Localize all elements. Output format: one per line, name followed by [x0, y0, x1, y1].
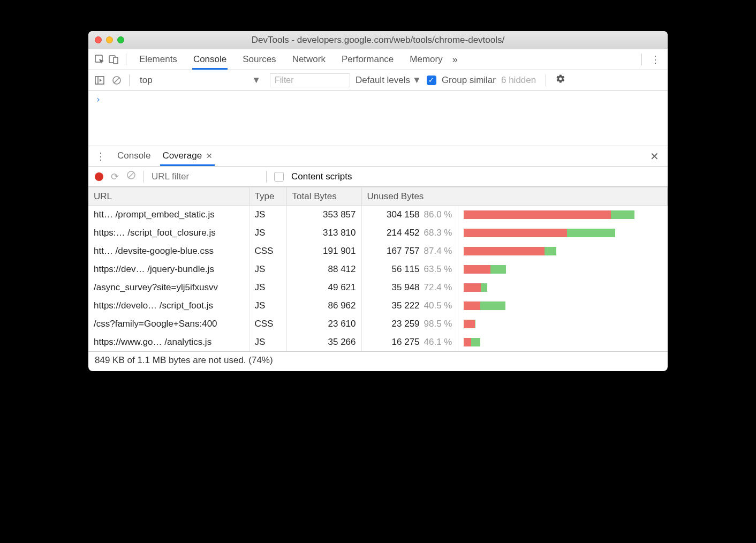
- cell-url: https://dev… /jquery-bundle.js: [88, 260, 249, 278]
- table-row[interactable]: https://dev… /jquery-bundle.jsJS88 41256…: [88, 260, 668, 278]
- execution-context-value: top: [140, 75, 153, 86]
- svg-rect-2: [114, 57, 118, 64]
- svg-line-8: [128, 172, 134, 178]
- toolbar-separator: [546, 74, 546, 86]
- cell-usage-bar: [458, 206, 668, 224]
- titlebar: DevTools - developers.google.com/web/too…: [88, 31, 668, 49]
- cell-unused-bytes: 214 45268.3 %: [361, 224, 458, 242]
- tab-performance[interactable]: Performance: [341, 50, 395, 70]
- col-unused[interactable]: Unused Bytes: [361, 187, 668, 206]
- main-tabs: ElementsConsoleSourcesNetworkPerformance…: [138, 50, 444, 70]
- traffic-lights: [95, 36, 124, 43]
- coverage-table-header: URL Type Total Bytes Unused Bytes: [88, 187, 668, 206]
- table-row[interactable]: https://develo… /script_foot.jsJS86 9623…: [88, 297, 668, 315]
- table-row[interactable]: https://www.go… /analytics.jsJS35 26616 …: [88, 333, 668, 351]
- console-prompt-icon: ›: [96, 95, 101, 104]
- close-drawer-icon[interactable]: ✕: [647, 150, 662, 163]
- clear-console-icon[interactable]: [111, 74, 123, 86]
- console-messages[interactable]: ›: [88, 90, 668, 146]
- cell-type: JS: [249, 206, 286, 224]
- console-filter-input[interactable]: [270, 73, 350, 87]
- minimize-window-button[interactable]: [106, 36, 113, 43]
- devtools-menu-icon[interactable]: ⋮: [648, 54, 662, 65]
- cell-url: htt… /devsite-google-blue.css: [88, 242, 249, 260]
- tab-elements[interactable]: Elements: [138, 50, 178, 70]
- bar-unused: [464, 283, 481, 292]
- group-similar-checkbox[interactable]: ✓: [427, 76, 436, 85]
- cell-url: https:… /script_foot_closure.js: [88, 224, 249, 242]
- tab-console[interactable]: Console: [192, 50, 228, 70]
- table-row[interactable]: htt… /prompt_embed_static.jsJS353 857304…: [88, 206, 668, 224]
- device-toolbar-icon[interactable]: [108, 54, 119, 65]
- cell-url: /css?family=Google+Sans:400: [88, 315, 249, 333]
- cell-type: JS: [249, 333, 286, 351]
- drawer-tabs: ConsoleCoverage✕: [115, 146, 215, 166]
- tab-memory[interactable]: Memory: [409, 50, 443, 70]
- cell-total-bytes: 191 901: [286, 242, 361, 260]
- drawer-tab-label: Coverage: [162, 150, 202, 161]
- inspect-element-icon[interactable]: [94, 54, 105, 65]
- hidden-messages-count[interactable]: 6 hidden: [501, 75, 536, 86]
- bar-used: [567, 229, 615, 237]
- bar-unused: [464, 320, 475, 328]
- cell-unused-bytes: 167 75787.4 %: [361, 242, 458, 260]
- reload-icon[interactable]: ⟳: [111, 171, 119, 183]
- coverage-url-filter-input[interactable]: [152, 171, 259, 182]
- cell-type: CSS: [249, 242, 286, 260]
- cell-total-bytes: 49 621: [286, 278, 361, 297]
- svg-line-6: [114, 78, 119, 83]
- bar-used: [490, 265, 506, 274]
- cell-total-bytes: 353 857: [286, 206, 361, 224]
- table-row[interactable]: /css?family=Google+Sans:400CSS23 61023 2…: [88, 315, 668, 333]
- close-window-button[interactable]: [95, 36, 102, 43]
- col-url[interactable]: URL: [88, 187, 249, 206]
- cell-type: JS: [249, 297, 286, 315]
- coverage-table: URL Type Total Bytes Unused Bytes htt… /…: [88, 187, 668, 351]
- execution-context-select[interactable]: top ▼: [136, 73, 264, 87]
- bar-unused: [464, 247, 545, 255]
- cell-url: https://www.go… /analytics.js: [88, 333, 249, 351]
- cell-url: https://develo… /script_foot.js: [88, 297, 249, 315]
- clear-coverage-icon[interactable]: [126, 170, 136, 183]
- drawer-tab-coverage[interactable]: Coverage✕: [160, 146, 215, 166]
- drawer-tab-label: Console: [117, 150, 150, 161]
- tab-sources[interactable]: Sources: [241, 50, 277, 70]
- bar-unused: [464, 210, 611, 219]
- zoom-window-button[interactable]: [117, 36, 124, 43]
- bar-used: [480, 301, 505, 310]
- bar-used: [471, 338, 480, 346]
- dropdown-arrow-icon: ▼: [252, 75, 261, 86]
- drawer-tab-console[interactable]: Console: [115, 146, 153, 166]
- table-row[interactable]: /async_survey?site=ylj5ifxusvvJS49 62135…: [88, 278, 668, 297]
- cell-unused-bytes: 35 22240.5 %: [361, 297, 458, 315]
- cell-url: htt… /prompt_embed_static.js: [88, 206, 249, 224]
- toggle-console-sidebar-icon[interactable]: [94, 74, 105, 86]
- cell-total-bytes: 86 962: [286, 297, 361, 315]
- coverage-toolbar: ⟳ Content scripts: [88, 167, 668, 187]
- cell-unused-bytes: 56 11563.5 %: [361, 260, 458, 278]
- tab-network[interactable]: Network: [291, 50, 327, 70]
- close-tab-icon[interactable]: ✕: [206, 152, 213, 160]
- log-levels-label: Default levels: [356, 75, 410, 86]
- cell-type: JS: [249, 260, 286, 278]
- cell-type: CSS: [249, 315, 286, 333]
- console-settings-icon[interactable]: [556, 74, 565, 86]
- cell-usage-bar: [458, 260, 668, 278]
- table-row[interactable]: https:… /script_foot_closure.jsJS313 810…: [88, 224, 668, 242]
- toolbar-separator: [266, 171, 267, 183]
- table-row[interactable]: htt… /devsite-google-blue.cssCSS191 9011…: [88, 242, 668, 260]
- drawer-header: ⋮ ConsoleCoverage✕ ✕: [88, 146, 668, 167]
- cell-unused-bytes: 304 15886.0 %: [361, 206, 458, 224]
- toolbar-separator: [641, 54, 642, 65]
- record-button[interactable]: [95, 172, 103, 181]
- col-type[interactable]: Type: [249, 187, 286, 206]
- coverage-summary-text: 849 KB of 1.1 MB bytes are not used. (74…: [95, 355, 273, 365]
- log-levels-select[interactable]: Default levels ▼: [356, 75, 421, 86]
- toolbar-separator: [126, 54, 126, 65]
- tabs-overflow-icon[interactable]: »: [452, 54, 458, 65]
- bar-unused: [464, 338, 472, 346]
- col-total[interactable]: Total Bytes: [286, 187, 361, 206]
- drawer-menu-icon[interactable]: ⋮: [94, 150, 108, 162]
- cell-type: JS: [249, 224, 286, 242]
- content-scripts-checkbox[interactable]: [274, 172, 284, 182]
